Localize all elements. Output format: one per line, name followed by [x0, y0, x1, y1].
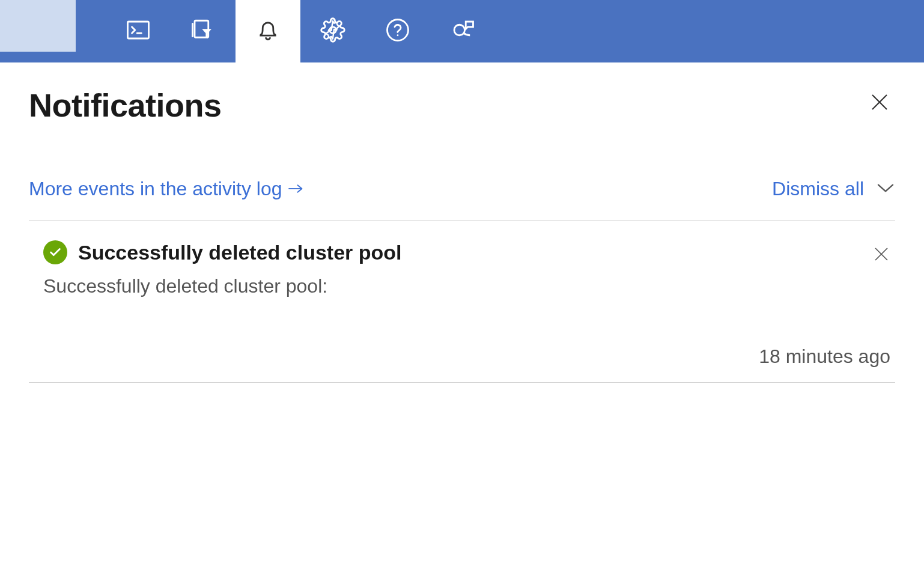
- success-icon: [43, 240, 67, 264]
- svg-point-4: [388, 20, 409, 41]
- panel-title: Notifications: [29, 87, 222, 124]
- notification-timestamp: 18 minutes ago: [43, 345, 895, 368]
- expand-button[interactable]: [876, 182, 895, 196]
- notification-title: Successfully deleted cluster pool: [78, 241, 402, 264]
- close-panel-button[interactable]: [864, 87, 895, 120]
- feedback-button[interactable]: [430, 0, 495, 62]
- notification-body: Successfully deleted cluster pool:: [43, 275, 895, 297]
- feedback-icon: [450, 17, 475, 45]
- dismiss-notification-button[interactable]: [872, 245, 890, 266]
- help-button[interactable]: [365, 0, 430, 62]
- cloud-shell-button[interactable]: [106, 0, 171, 62]
- bell-icon: [255, 17, 281, 45]
- gear-icon: [320, 17, 345, 45]
- search-box[interactable]: [0, 0, 76, 52]
- more-events-link[interactable]: More events in the activity log: [29, 178, 304, 200]
- more-events-label: More events in the activity log: [29, 178, 282, 200]
- svg-point-5: [397, 34, 399, 36]
- notifications-button[interactable]: [236, 0, 300, 62]
- panel-actions: More events in the activity log Dismiss …: [29, 178, 895, 221]
- close-icon: [869, 105, 890, 115]
- arrow-right-icon: [287, 178, 304, 200]
- svg-rect-0: [128, 22, 149, 38]
- settings-button[interactable]: [300, 0, 365, 62]
- panel-header: Notifications: [29, 87, 895, 124]
- directory-filter-icon: [190, 17, 216, 45]
- cloud-shell-icon: [126, 17, 151, 45]
- filter-button[interactable]: [171, 0, 236, 62]
- close-icon: [872, 255, 890, 265]
- svg-point-6: [454, 25, 465, 35]
- chevron-down-icon: [876, 186, 895, 196]
- notification-item: Successfully deleted cluster pool Succes…: [29, 221, 895, 383]
- dismiss-all-button[interactable]: Dismiss all: [772, 178, 864, 200]
- notifications-panel: Notifications More events in the activit…: [0, 62, 924, 383]
- top-toolbar: [0, 0, 924, 62]
- help-icon: [385, 17, 410, 45]
